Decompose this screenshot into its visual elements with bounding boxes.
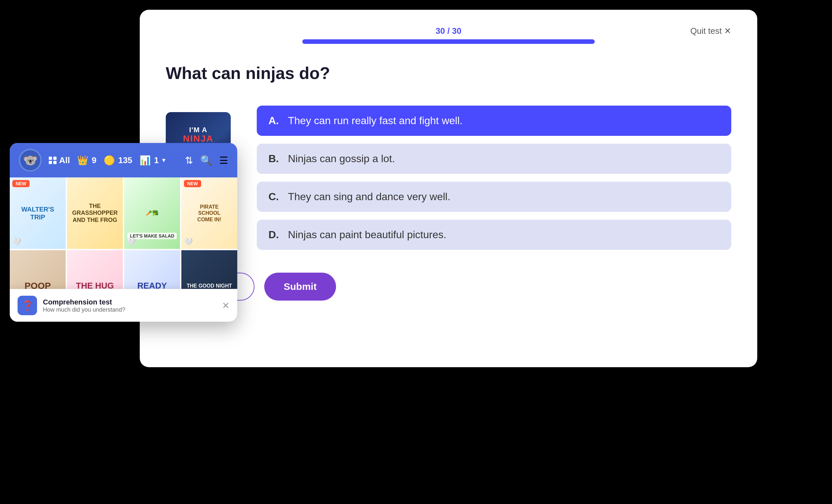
library-panel: 🐨 All 👑 9 🟡 135 📊 1 ▾ ⇅ 🔍 ☰ xyxy=(10,143,237,322)
koala-avatar: 🐨 xyxy=(19,149,42,171)
menu-icon[interactable]: ☰ xyxy=(219,155,228,166)
answer-text-b: Ninjas can gossip a lot. xyxy=(288,153,395,165)
progress-bar-container xyxy=(302,39,595,44)
progress-bar-fill xyxy=(302,39,595,44)
answer-letter-a: A. xyxy=(268,115,279,127)
heart-icon-salad[interactable]: 🤍 xyxy=(127,238,135,246)
question-mark-icon: ❓ xyxy=(22,300,33,311)
book-subtitle: I'M A xyxy=(183,126,213,134)
progress-label: 30 / 30 xyxy=(436,26,462,36)
coins-value: 135 xyxy=(118,155,132,165)
answer-letter-d: D. xyxy=(268,229,279,241)
quit-test-button[interactable]: Quit test ✕ xyxy=(690,26,731,36)
sort-icon[interactable]: ⇅ xyxy=(185,155,193,166)
answer-letter-c: C. xyxy=(268,191,279,203)
submit-button[interactable]: Submit xyxy=(264,273,336,300)
crowns-value: 9 xyxy=(92,155,96,165)
answer-option-a[interactable]: A. They can run really fast and fight we… xyxy=(257,106,731,136)
popup-text: Comprehension test How much did you unde… xyxy=(43,298,216,313)
new-badge-pirate: NEW xyxy=(184,180,201,187)
book-card-grasshopper[interactable]: TheGrasshopperand the Frog xyxy=(67,178,123,249)
book-title-walters-trip: WALTER'STRIP xyxy=(19,203,56,223)
action-buttons: ← Previous Submit xyxy=(166,273,731,300)
heart-icon-walters[interactable]: 🤍 xyxy=(12,238,21,246)
question-title: What can ninjas do? xyxy=(166,63,731,83)
answer-option-c[interactable]: C. They can sing and dance very well. xyxy=(257,182,731,212)
book-card-salad[interactable]: 🥕🥦 LET'S MAKE SALAD 🤍 xyxy=(124,178,180,249)
all-label: All xyxy=(59,155,70,165)
level-icon: 📊 xyxy=(139,155,151,166)
header-actions: ⇅ 🔍 ☰ xyxy=(185,155,228,166)
book-title-grasshopper: TheGrasshopperand the Frog xyxy=(70,200,120,227)
level-chevron-icon: ▾ xyxy=(162,157,165,164)
popup-subtitle: How much did you understand? xyxy=(43,307,216,313)
level-value: 1 xyxy=(154,155,159,165)
crown-icon: 👑 xyxy=(77,155,88,166)
answer-text-d: Ninjas can paint beautiful pictures. xyxy=(288,229,446,241)
quiz-header: 30 / 30 Quit test ✕ xyxy=(166,26,731,44)
answer-text-a: They can run really fast and fight well. xyxy=(288,115,463,127)
question-content: I'M A NINJA 🥷 A. They can run really fas… xyxy=(166,106,731,250)
popup-close-button[interactable]: ✕ xyxy=(222,300,230,311)
answer-text-c: They can sing and dance very well. xyxy=(288,191,450,203)
coin-icon: 🟡 xyxy=(104,155,115,166)
coins-stat: 🟡 135 xyxy=(104,155,132,166)
answer-letter-b: B. xyxy=(268,153,279,165)
heart-icon-pirate[interactable]: 🤍 xyxy=(184,238,193,246)
popup-title: Comprehension test xyxy=(43,298,216,307)
answer-option-b[interactable]: B. Ninjas can gossip a lot. xyxy=(257,143,731,174)
comprehension-popup: ❓ Comprehension test How much did you un… xyxy=(10,289,237,322)
popup-icon-box: ❓ xyxy=(18,296,37,315)
level-stat[interactable]: 📊 1 ▾ xyxy=(139,155,165,166)
grid-icon xyxy=(49,157,56,164)
book-card-pirate[interactable]: PIRATESCHOOLCOME IN! NEW 🤍 xyxy=(181,178,237,249)
book-card-walters-trip[interactable]: WALTER'STRIP NEW 🤍 xyxy=(10,178,66,249)
library-header: 🐨 All 👑 9 🟡 135 📊 1 ▾ ⇅ 🔍 ☰ xyxy=(10,143,237,178)
book-main-title: NINJA xyxy=(183,134,213,143)
answers-list: A. They can run really fast and fight we… xyxy=(257,106,731,250)
answer-option-d[interactable]: D. Ninjas can paint beautiful pictures. xyxy=(257,220,731,250)
search-icon[interactable]: 🔍 xyxy=(200,155,212,166)
book-title-pirate: PIRATESCHOOLCOME IN! xyxy=(195,201,224,225)
new-badge-walters: NEW xyxy=(12,180,30,187)
book-title-salad: 🥕🥦 xyxy=(143,207,161,219)
all-filter[interactable]: All xyxy=(49,155,70,165)
crowns-stat: 👑 9 xyxy=(77,155,96,166)
